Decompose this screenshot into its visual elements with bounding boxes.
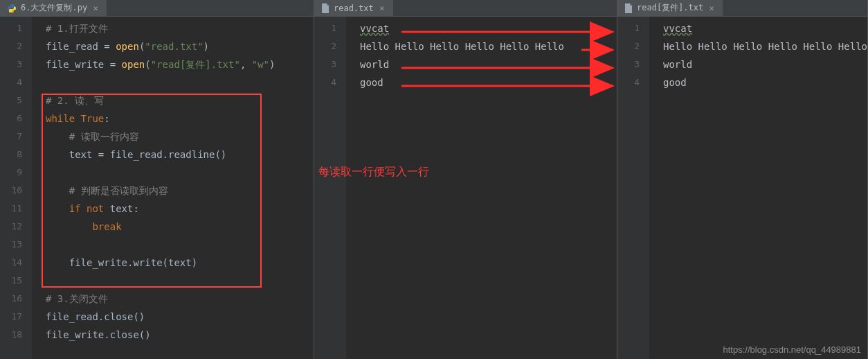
annotation-text: 每读取一行便写入一行 (318, 165, 429, 180)
editor-body[interactable]: 1234 vvcat Hello Hello Hello Hello Hello… (617, 17, 867, 359)
tab-label: 6.大文件复制.py (21, 2, 87, 14)
code-area[interactable]: vvcat Hello Hello Hello Hello Hello Hell… (346, 17, 617, 359)
gutter: 1234 (617, 17, 649, 359)
tab-read-txt[interactable]: read.txt × (314, 0, 393, 16)
python-icon (7, 3, 17, 13)
close-icon[interactable]: × (707, 4, 716, 12)
text-file-icon (321, 3, 329, 13)
code-area[interactable]: # 1.打开文件 file_read = open("read.txt") fi… (32, 17, 314, 359)
tab-bar: 6.大文件复制.py × (0, 0, 314, 17)
editor-pane-read-copy-txt: read[复件].txt × 1234 vvcat Hello Hello He… (617, 0, 868, 359)
tab-bar: read[复件].txt × (617, 0, 867, 17)
editor-pane-python: 6.大文件复制.py × ▲ 1 ᐱ ᐯ 1234 5678 9101112 1… (0, 0, 314, 359)
close-icon[interactable]: × (378, 4, 386, 12)
tab-read-copy-txt[interactable]: read[复件].txt × (617, 0, 723, 16)
editor-pane-read-txt: read.txt × 1234 vvcat Hello Hello Hello … (314, 0, 617, 359)
tab-label: read.txt (334, 3, 374, 13)
editor-body[interactable]: 1234 vvcat Hello Hello Hello Hello Hello… (314, 17, 617, 359)
gutter: 1234 (314, 17, 346, 359)
code-area[interactable]: vvcat Hello Hello Hello Hello Hello Hell… (649, 17, 867, 359)
watermark: https://blog.csdn.net/qq_44989881 (723, 344, 862, 355)
close-icon[interactable]: × (91, 4, 100, 12)
editor-body[interactable]: 1234 5678 9101112 13141516 1718 # 1.打开文件… (0, 17, 314, 359)
gutter: 1234 5678 9101112 13141516 1718 (0, 17, 32, 359)
code-comment: # 2. 读、写 (46, 95, 104, 106)
text-file-icon (624, 3, 633, 13)
tab-label: read[复件].txt (637, 2, 703, 14)
tab-python-file[interactable]: 6.大文件复制.py × (0, 0, 107, 16)
code-comment: # 1.打开文件 (46, 23, 108, 34)
tab-bar: read.txt × (314, 0, 617, 17)
